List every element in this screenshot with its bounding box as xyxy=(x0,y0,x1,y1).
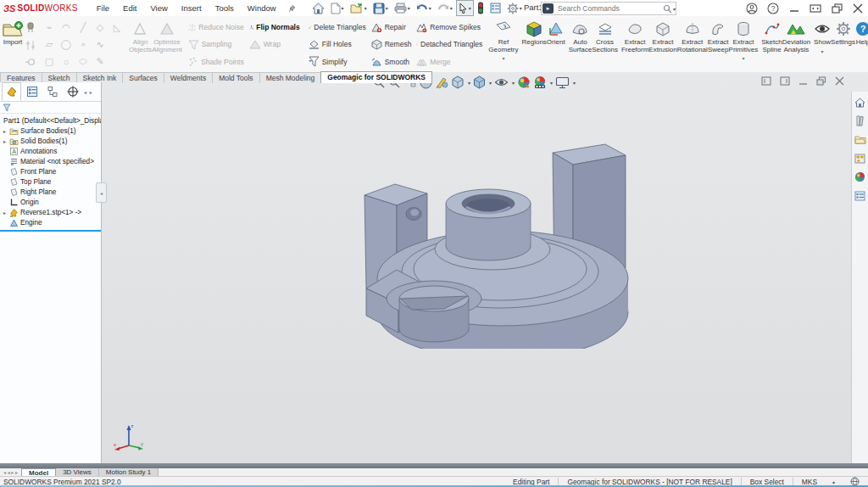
span-displays-button[interactable] xyxy=(809,2,822,15)
show-button[interactable]: Show ▾ xyxy=(814,17,831,72)
extract-sweep-button[interactable]: Extract Sweep xyxy=(708,17,729,72)
display-style-dropdown-icon[interactable]: ▾ xyxy=(489,80,492,86)
tree-item-surface-bodies[interactable]: ▸ Surface Bodies(1) xyxy=(0,126,101,136)
wrap-button[interactable]: Wrap xyxy=(248,36,302,52)
merge-button[interactable]: Merge xyxy=(415,54,484,70)
repair-button[interactable]: Repair xyxy=(370,20,414,35)
tab-surfaces[interactable]: Surfaces xyxy=(122,72,164,83)
panel-tab-scroll-icons[interactable]: ◂ ▸ xyxy=(84,89,93,95)
point-tool-icon[interactable]: ∘ xyxy=(75,36,92,53)
view-orientation-dropdown-icon[interactable]: ▾ xyxy=(468,80,470,86)
new-document-button[interactable]: ▾ xyxy=(328,0,347,16)
apply-scene-icon[interactable] xyxy=(533,76,547,89)
menu-tools[interactable]: Tools xyxy=(209,2,241,14)
apply-scene-dropdown-icon[interactable]: ▾ xyxy=(550,80,553,86)
edit-appearance-icon[interactable] xyxy=(517,76,531,89)
expand-icon[interactable]: ▸ xyxy=(2,210,8,216)
triangle-tool-icon[interactable]: ◺ xyxy=(108,20,125,36)
expand-icon[interactable]: ▸ xyxy=(2,128,8,134)
reduce-noise-button[interactable]: Reduce Noise xyxy=(186,20,246,35)
remove-spikes-button[interactable]: Remove Spikes xyxy=(415,20,484,35)
tab-mold-tools[interactable]: Mold Tools xyxy=(212,72,259,83)
oval-tool-icon[interactable]: ⬭ xyxy=(75,53,92,70)
circle-tool-icon[interactable]: ◯ xyxy=(58,36,75,53)
close-button[interactable] xyxy=(851,2,865,15)
menu-window[interactable]: Window xyxy=(241,2,283,14)
doc-restore-icon[interactable] xyxy=(816,76,826,86)
tree-rollback-bar[interactable] xyxy=(0,230,101,232)
tab-scroll-arrows[interactable]: ◂ ◂ ▸ ▸ xyxy=(0,468,21,476)
view-settings-dropdown-icon[interactable]: ▾ xyxy=(573,80,576,86)
open-document-button[interactable]: ▾ xyxy=(348,0,370,16)
brush-tool-icon[interactable]: ✎ xyxy=(92,53,108,70)
tab-mesh-modeling[interactable]: Mesh Modeling xyxy=(259,72,322,83)
tree-item-annotations[interactable]: A Annotations xyxy=(0,146,101,156)
tab-motion-study[interactable]: Motion Study 1 xyxy=(99,468,159,476)
search-scope-icon[interactable]: ▸ xyxy=(542,3,554,14)
options-gear-button[interactable]: ▾ xyxy=(504,0,525,16)
align-objects-button[interactable]: Align Objects xyxy=(129,17,152,72)
next-pane-icon[interactable] xyxy=(780,76,790,86)
tree-item-right-plane[interactable]: Right Plane xyxy=(0,187,101,197)
restore-button[interactable] xyxy=(830,2,843,15)
ellipse-tool-icon[interactable]: ○ xyxy=(58,53,75,70)
extract-primitives-dropdown-icon[interactable]: ▾ xyxy=(742,55,744,63)
optimize-alignment-button[interactable]: Optimize Alignment xyxy=(152,17,182,72)
view-settings-icon[interactable] xyxy=(555,76,570,89)
hide-show-items-icon[interactable] xyxy=(494,77,509,87)
select-tool-button[interactable]: ▾ xyxy=(456,0,474,16)
shade-points-button[interactable]: Shade Points xyxy=(186,54,246,70)
extract-primitives-button[interactable]: Extract Primitives ▾ xyxy=(729,17,759,72)
save-button[interactable]: ▾ xyxy=(370,0,391,16)
simplify-button[interactable]: Simplify xyxy=(307,54,368,70)
tree-item-origin[interactable]: Origin xyxy=(0,197,101,207)
capture-device-icon[interactable] xyxy=(25,22,36,34)
pin-menu-icon[interactable] xyxy=(288,4,296,13)
auto-surface-button[interactable]: Auto Surface xyxy=(569,17,593,72)
diamond-tool-icon[interactable]: ◇ xyxy=(92,20,108,36)
search-dropdown-icon[interactable]: ▾ xyxy=(673,6,676,12)
tab-3d-views[interactable]: 3D Views xyxy=(56,468,99,476)
hide-show-dropdown-icon[interactable]: ▾ xyxy=(512,80,515,86)
search-commands-box[interactable]: ▸ ▾ xyxy=(541,2,676,15)
home-button[interactable] xyxy=(309,0,327,16)
tree-filter-bar[interactable] xyxy=(0,102,101,114)
task-list-button[interactable] xyxy=(487,0,504,16)
ref-geometry-dropdown-icon[interactable]: ▾ xyxy=(502,55,504,63)
point-sliders-icon[interactable] xyxy=(25,40,36,51)
help-icon[interactable]: ? xyxy=(766,2,780,15)
undo-button[interactable]: ▾ xyxy=(414,0,434,16)
cylinder-tool-icon[interactable]: ▢ xyxy=(41,53,58,70)
smooth-button[interactable]: Smooth xyxy=(370,54,414,70)
extract-rotational-button[interactable]: Extract Rotational xyxy=(677,17,708,72)
remesh-button[interactable]: Remesh xyxy=(370,36,414,52)
doc-minimize-icon[interactable] xyxy=(798,76,808,86)
propertymanager-tab[interactable] xyxy=(22,82,42,101)
ref-geometry-button[interactable]: Ref Geometry ▾ xyxy=(488,17,518,72)
dimxpertmanager-tab[interactable] xyxy=(63,82,82,101)
delete-triangles-button[interactable]: Delete Triangles xyxy=(307,20,368,35)
import-button[interactable]: Import xyxy=(2,17,24,72)
status-units-caret-icon[interactable]: ▴ xyxy=(826,479,842,484)
display-style-icon[interactable] xyxy=(473,76,486,89)
redo-button[interactable]: ▾ xyxy=(435,0,455,16)
sampling-button[interactable]: Sampling xyxy=(186,36,246,52)
view-orientation-icon[interactable] xyxy=(451,76,465,89)
extract-extrusion-button[interactable]: Extract Extrusion xyxy=(648,17,676,72)
taskpane-appearances-icon[interactable] xyxy=(853,170,867,184)
sketch-spline-button[interactable]: Sketch Spline xyxy=(761,17,782,72)
menu-edit[interactable]: Edit xyxy=(116,2,143,14)
taskpane-home-icon[interactable] xyxy=(853,95,867,109)
dynamic-annotation-icon[interactable] xyxy=(435,76,448,89)
featuremanager-tab[interactable] xyxy=(2,82,21,101)
tab-geomagic[interactable]: Geomagic for SOLIDWORKS xyxy=(320,71,432,83)
extract-freeform-button[interactable]: Extract Freeform xyxy=(621,17,648,72)
cross-sections-button[interactable]: Cross Sections xyxy=(592,17,618,72)
regions-button[interactable]: Regions xyxy=(521,17,546,72)
settings-button[interactable]: Settings xyxy=(831,17,855,72)
help-button[interactable]: ? Help xyxy=(855,17,868,72)
flat-diamond-tool-icon[interactable]: ▱ xyxy=(41,36,58,53)
cone-tool-icon[interactable]: ◠ xyxy=(58,20,75,36)
tree-item-material[interactable]: Material <not specified> xyxy=(0,156,101,166)
configurationmanager-tab[interactable] xyxy=(42,82,62,101)
